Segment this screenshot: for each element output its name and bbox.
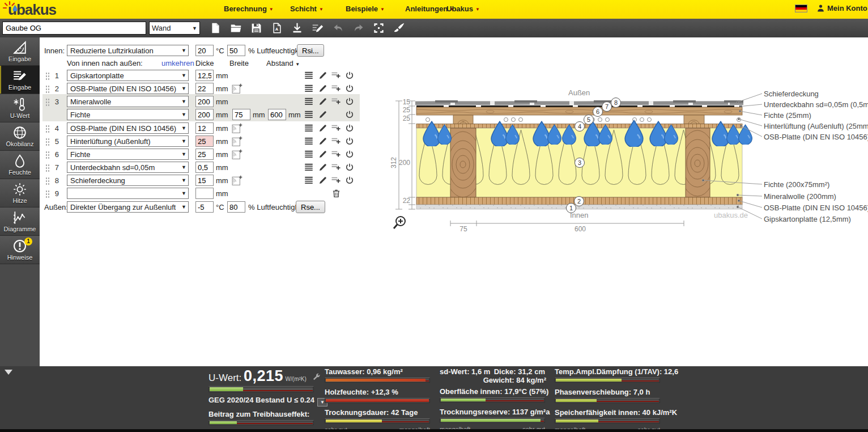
insert-layer-button[interactable]	[330, 149, 342, 160]
layer-marker-3[interactable]: 3	[575, 158, 585, 168]
toggle-layer-button[interactable]	[344, 175, 355, 186]
innen-humidity-input[interactable]	[227, 45, 245, 56]
stud-spacing-input[interactable]	[268, 109, 286, 120]
edit-layer-button[interactable]	[317, 96, 329, 107]
sidebar-item-eingabe-form[interactable]: Eingabe	[0, 66, 40, 94]
sidebar-item-hitze[interactable]: Hitze	[0, 179, 40, 207]
menu-beispiele[interactable]: Beispiele▼	[346, 5, 385, 13]
insert-layer-button[interactable]	[330, 175, 342, 186]
layer-menu-button[interactable]	[303, 109, 314, 120]
layer-marker-2[interactable]: 2	[574, 196, 584, 206]
drag-handle[interactable]	[45, 177, 50, 185]
delete-layer-button[interactable]	[330, 188, 342, 199]
thickness-input[interactable]	[195, 188, 214, 199]
stud-thickness-input[interactable]	[195, 109, 214, 120]
innen-surface-select[interactable]: Reduzierte Luftzirkulation▼	[67, 45, 189, 56]
material-select[interactable]: Schieferdeckung▼	[67, 175, 189, 186]
innen-temperature-input[interactable]	[195, 45, 214, 56]
sidebar-item-hinweise[interactable]: Hinweise 1	[0, 236, 40, 264]
layer-marker-5[interactable]: 5	[584, 115, 594, 125]
menu-schicht[interactable]: Schicht▼	[290, 5, 324, 13]
thickness-input[interactable]	[195, 175, 214, 186]
drag-handle[interactable]	[45, 98, 50, 106]
menu-ubakus[interactable]: Ubakus▼	[446, 5, 480, 13]
sidebar-item-oekobilanz[interactable]: Ökobilanz	[0, 122, 40, 151]
edit-layer-button[interactable]	[317, 70, 329, 81]
sidebar-item-u-wert[interactable]: U-Wert	[0, 94, 40, 122]
add-wood-section-button[interactable]	[231, 135, 242, 147]
drag-handle[interactable]	[45, 138, 50, 146]
layer-menu-button[interactable]	[303, 162, 314, 173]
insert-layer-button[interactable]	[330, 162, 342, 173]
toggle-layer-button[interactable]	[344, 149, 355, 160]
layer-marker-4[interactable]: 4	[575, 121, 585, 132]
stud-width-input[interactable]	[232, 109, 250, 120]
column-header-abstand[interactable]: Abstand ▼	[266, 59, 300, 67]
export-pdf-button[interactable]	[270, 21, 284, 35]
layer-menu-button[interactable]	[303, 122, 314, 134]
material-select[interactable]: Gipskartonplatte▼	[67, 70, 189, 81]
material-select[interactable]: Hinterlüftung (Außenluft)▼	[67, 135, 189, 147]
layer-menu-button[interactable]	[303, 96, 314, 107]
new-document-button[interactable]	[209, 21, 223, 35]
sidebar-item-eingabe-grafisch[interactable]: Eingabe	[0, 37, 40, 66]
toggle-layer-button[interactable]	[344, 83, 355, 94]
thickness-input[interactable]	[195, 83, 214, 94]
construction-type-select[interactable]: Wand▼	[149, 22, 200, 35]
toggle-layer-button[interactable]	[344, 162, 355, 173]
drag-handle[interactable]	[45, 85, 50, 93]
drag-handle[interactable]	[45, 151, 50, 159]
wrench-icon[interactable]	[312, 372, 321, 382]
collapse-results-toggle[interactable]	[5, 370, 12, 375]
material-select[interactable]: Mineralwolle▼	[67, 96, 189, 107]
insert-layer-button[interactable]	[330, 122, 342, 134]
layer-menu-button[interactable]	[303, 149, 314, 160]
thickness-input[interactable]	[195, 96, 214, 107]
layer-menu-button[interactable]	[303, 83, 314, 94]
edit-layer-button[interactable]	[317, 122, 329, 134]
drag-handle[interactable]	[45, 72, 50, 80]
toggle-layer-button[interactable]	[344, 135, 355, 147]
insert-layer-button[interactable]	[330, 83, 342, 94]
insert-layer-button[interactable]	[330, 70, 342, 81]
layer-menu-button[interactable]	[303, 175, 314, 186]
clear-brush-button[interactable]	[392, 21, 406, 35]
menu-berechnung[interactable]: Berechnung▼	[224, 5, 274, 13]
material-select[interactable]: ▼	[67, 188, 189, 199]
material-select[interactable]: Unterdeckbahn sd=0,05m▼	[67, 162, 189, 173]
redo-button[interactable]	[351, 21, 365, 35]
aussen-surface-select[interactable]: Direkter Übergang zur Außenluft▼	[67, 201, 189, 213]
layer-marker-8[interactable]: 8	[611, 98, 621, 108]
thickness-input[interactable]	[195, 70, 214, 81]
rsi-button[interactable]: Rsi...	[297, 44, 324, 57]
project-name-input[interactable]	[2, 22, 146, 35]
drag-handle[interactable]	[45, 164, 50, 172]
insert-layer-button[interactable]	[330, 96, 342, 107]
thickness-input[interactable]	[195, 149, 214, 160]
drag-handle[interactable]	[45, 190, 50, 198]
edit-layer-button[interactable]	[317, 83, 329, 94]
add-wood-section-button[interactable]	[231, 83, 242, 94]
aussen-temperature-input[interactable]	[195, 201, 214, 213]
zoom-icon[interactable]	[394, 217, 405, 228]
language-flag-german[interactable]	[795, 5, 807, 12]
add-wood-section-button[interactable]	[231, 122, 242, 134]
layer-menu-button[interactable]	[303, 70, 314, 81]
open-folder-button[interactable]	[229, 21, 243, 35]
save-button[interactable]	[249, 21, 263, 35]
toggle-layer-button[interactable]	[344, 70, 355, 81]
toggle-layer-button[interactable]	[344, 122, 355, 134]
layer-menu-button[interactable]	[303, 135, 314, 147]
undo-button[interactable]	[331, 21, 345, 35]
download-button[interactable]	[290, 21, 304, 35]
edit-layer-button[interactable]	[317, 175, 329, 186]
reverse-layers-link[interactable]: umkehren	[161, 59, 194, 67]
account-menu[interactable]: Mein Konto	[816, 4, 867, 12]
insert-layer-button[interactable]	[330, 135, 342, 147]
edit-layer-button[interactable]	[317, 109, 329, 120]
layer-marker-6[interactable]: 6	[593, 107, 603, 117]
drag-handle[interactable]	[45, 125, 50, 133]
sidebar-item-feuchte[interactable]: Feuchte	[0, 151, 40, 179]
sidebar-item-diagramme[interactable]: Diagramme	[0, 207, 40, 236]
edit-layer-button[interactable]	[317, 149, 329, 160]
